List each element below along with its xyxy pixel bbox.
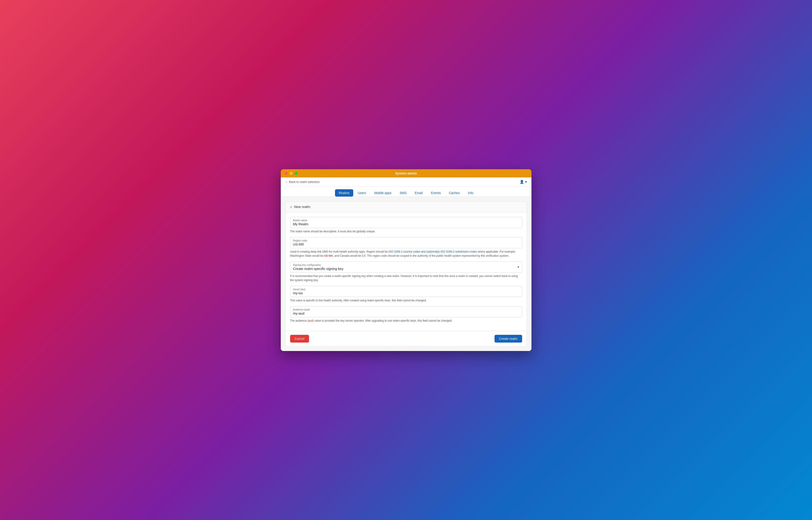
issuer-label: Issuer (iss) (293, 288, 519, 291)
card-title: New realm (294, 205, 310, 209)
audience-group: Audience (aud) my-aud The audience (aud)… (290, 306, 522, 323)
region-code-group: Region code US-RR Used in creating deep … (290, 237, 522, 258)
window-title: System admin (395, 172, 417, 175)
issuer-help: This value is specific to the health aut… (290, 298, 522, 303)
signing-key-label: Signing key configuration (293, 263, 344, 266)
tabs-container: Realms Users Mobile apps SMS Email Event… (281, 186, 531, 197)
region-code-help-suffix: . The region code should be scoped to th… (365, 254, 509, 257)
region-code-input-wrapper[interactable]: Region code US-RR (290, 237, 522, 248)
region-code-value[interactable]: US-RR (293, 242, 519, 246)
user-dropdown-chevron: ▾ (525, 180, 527, 184)
user-menu[interactable]: 👤 ▾ (519, 180, 527, 184)
audience-input-wrapper[interactable]: Audience (aud) my-aud (290, 306, 522, 317)
realm-name-value[interactable]: My Realm (293, 222, 519, 226)
form-body: Realm name My Realm The realm name shoul… (285, 212, 527, 331)
chevron-down-icon: ▾ (517, 265, 519, 269)
minimize-button[interactable] (289, 172, 293, 175)
audience-help-prefix: The audience (290, 319, 307, 322)
cancel-button[interactable]: Cancel (290, 335, 309, 343)
signing-key-help: It is recommended that you create a real… (290, 274, 522, 282)
audience-value[interactable]: my-aud (293, 311, 519, 315)
signing-key-select[interactable]: Signing key configuration Create realm-s… (290, 261, 522, 272)
create-realm-button[interactable]: Create realm (494, 335, 522, 343)
tab-realms[interactable]: Realms (335, 189, 353, 197)
audience-label: Audience (aud) (293, 308, 519, 311)
tabs: Realms Users Mobile apps SMS Email Event… (335, 189, 477, 197)
title-bar: System admin (281, 169, 531, 177)
realm-name-label: Realm name (293, 219, 519, 222)
tab-info[interactable]: Info (464, 189, 477, 197)
region-code-help: Used in creating deep link SMS for multi… (290, 250, 522, 258)
back-to-realm-link[interactable]: ← Back to realm selection (285, 180, 320, 184)
realm-name-help: The realm name should be descriptive. It… (290, 229, 522, 233)
region-code-help-middle2: , and Canada would be (333, 254, 362, 257)
user-icon: 👤 (519, 180, 524, 184)
realm-name-group: Realm name My Realm The realm name shoul… (290, 217, 522, 233)
region-code-help-prefix: Used in creating deep link SMS for multi… (290, 250, 388, 253)
new-realm-card: ⌂ New realm Realm name My Realm The real… (285, 201, 527, 346)
audience-help-middle: value is provided the key server operato… (314, 319, 452, 322)
traffic-lights (284, 172, 298, 175)
aud-tag: (aud) (307, 319, 314, 322)
issuer-group: Issuer (iss) my-iss This value is specif… (290, 286, 522, 303)
realm-name-input-wrapper[interactable]: Realm name My Realm (290, 217, 522, 228)
tab-users[interactable]: Users (354, 189, 370, 197)
region-code-label: Region code (293, 239, 519, 242)
signing-key-value: Create realm-specific signing key (293, 267, 344, 270)
issuer-input-wrapper[interactable]: Issuer (iss) my-iss (290, 286, 522, 297)
wa-code: US-WA (324, 254, 333, 257)
tab-caches[interactable]: Caches (445, 189, 463, 197)
maximize-button[interactable] (295, 172, 298, 175)
iso-3166-link[interactable]: ISO 3166-1 country codes and (optionally… (388, 250, 477, 253)
close-button[interactable] (284, 172, 287, 175)
tab-mobile-apps[interactable]: Mobile apps (371, 189, 395, 197)
ca-code: CA (362, 254, 366, 257)
tab-sms[interactable]: SMS (396, 189, 410, 197)
signing-key-group: Signing key configuration Create realm-s… (290, 261, 522, 282)
card-header: ⌂ New realm (285, 202, 527, 212)
app-window: System admin ← Back to realm selection 👤… (281, 169, 531, 351)
nav-bar: ← Back to realm selection 👤 ▾ (281, 177, 531, 186)
audience-help: The audience (aud) value is provided the… (290, 319, 522, 323)
tab-events[interactable]: Events (427, 189, 445, 197)
form-actions: Cancel Create realm (285, 331, 527, 346)
main-content: ⌂ New realm Realm name My Realm The real… (281, 197, 531, 351)
issuer-value[interactable]: my-iss (293, 291, 519, 295)
home-icon: ⌂ (290, 205, 293, 209)
tab-email[interactable]: Email (411, 189, 426, 197)
